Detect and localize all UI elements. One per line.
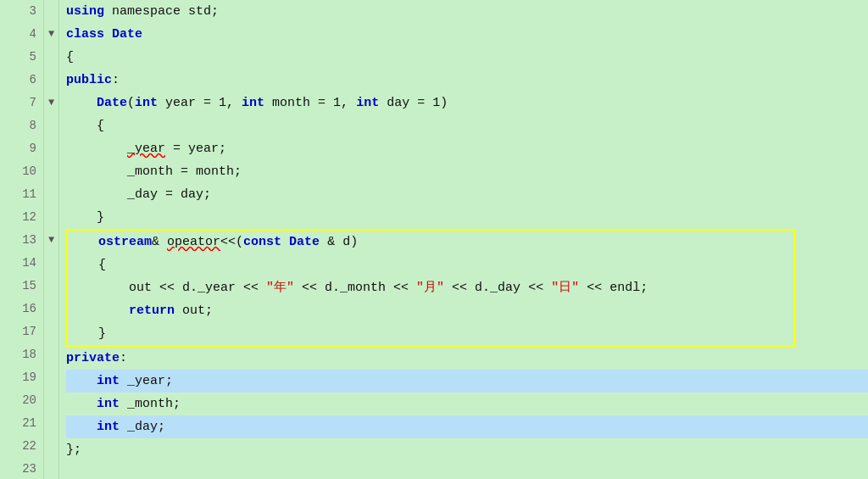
plain-13c bbox=[281, 231, 289, 253]
indent-20 bbox=[66, 393, 97, 415]
line-num-11: 11 bbox=[3, 183, 36, 206]
plain-6: : bbox=[112, 69, 120, 92]
plain-7d: day = 1) bbox=[379, 92, 448, 114]
plain-3a: namespace std; bbox=[104, 0, 219, 23]
code-line-18: private: bbox=[66, 347, 868, 370]
plain-4a bbox=[104, 23, 112, 46]
fold-3 bbox=[44, 0, 58, 23]
indent-16 bbox=[68, 299, 129, 322]
code-line-8: { bbox=[66, 114, 868, 137]
plain-13b: <<( bbox=[220, 231, 243, 253]
plain-8: { bbox=[66, 114, 104, 137]
plain-10: _month = month; bbox=[66, 160, 242, 183]
code-line-6: public: bbox=[66, 69, 868, 92]
code-line-23 bbox=[66, 461, 868, 479]
kw-int-21: int bbox=[97, 415, 120, 438]
plain-13a: & bbox=[152, 231, 167, 253]
kw-private: private bbox=[66, 347, 120, 370]
type-date: Date bbox=[112, 23, 142, 46]
line-num-13: 13 bbox=[3, 229, 36, 252]
plain-18: : bbox=[120, 347, 127, 370]
code-editor: 3 4 5 6 7 8 9 10 11 12 13 14 15 16 17 18… bbox=[0, 0, 868, 479]
kw-const-13: const bbox=[243, 231, 281, 253]
code-line-16: return out; bbox=[68, 299, 793, 322]
highlighted-code-block: ostream& opeator<<(const Date & d) { out… bbox=[66, 229, 795, 347]
plain-12: } bbox=[66, 206, 104, 229]
line-num-6: 6 bbox=[3, 69, 36, 92]
fold-11 bbox=[44, 183, 58, 206]
code-line-5: { bbox=[66, 46, 868, 69]
fold-15 bbox=[44, 275, 58, 298]
fold-23 bbox=[44, 458, 58, 479]
str-month: "月" bbox=[416, 276, 444, 299]
code-line-4: class Date bbox=[66, 23, 868, 46]
code-line-9: _year = year; bbox=[66, 137, 868, 160]
fold-4[interactable]: ▼ bbox=[44, 23, 58, 46]
line-num-18: 18 bbox=[3, 343, 36, 366]
fold-5 bbox=[44, 46, 58, 69]
line-num-21: 21 bbox=[3, 412, 36, 435]
kw-return: return bbox=[129, 299, 175, 322]
kw-public: public bbox=[66, 69, 112, 92]
line-num-14: 14 bbox=[3, 252, 36, 275]
line-num-7: 7 bbox=[3, 92, 36, 114]
line-num-23: 23 bbox=[3, 458, 36, 479]
plain-17: } bbox=[68, 322, 106, 345]
line-num-19: 19 bbox=[3, 366, 36, 389]
indent-19 bbox=[66, 370, 97, 393]
fold-8 bbox=[44, 114, 58, 137]
line-num-9: 9 bbox=[3, 137, 36, 160]
line-num-15: 15 bbox=[3, 275, 36, 298]
kw-int-20: int bbox=[97, 393, 120, 415]
plain-15a: << d._month << bbox=[294, 276, 416, 299]
fold-6 bbox=[44, 69, 58, 92]
plain-15c: << endl; bbox=[579, 276, 648, 299]
fold-16 bbox=[44, 298, 58, 320]
var-year-squiggly: _year bbox=[127, 137, 165, 160]
indent-15: out << d._year << bbox=[68, 276, 266, 299]
fold-12 bbox=[44, 206, 58, 229]
line-num-4: 4 bbox=[3, 23, 36, 46]
fn-date-constructor: Date bbox=[97, 92, 127, 114]
line-num-5: 5 bbox=[3, 46, 36, 69]
code-line-22: }; bbox=[66, 438, 868, 461]
kw-using: using bbox=[66, 0, 104, 23]
kw-int-year: int bbox=[135, 92, 158, 114]
line-num-17: 17 bbox=[3, 320, 36, 343]
line-numbers: 3 4 5 6 7 8 9 10 11 12 13 14 15 16 17 18… bbox=[0, 0, 44, 479]
code-line-17: } bbox=[68, 322, 793, 345]
fold-14 bbox=[44, 252, 58, 275]
fold-13[interactable]: ▼ bbox=[44, 229, 58, 252]
code-line-11: _day = day; bbox=[66, 183, 868, 206]
fold-21 bbox=[44, 412, 58, 435]
plain-20: _month; bbox=[120, 393, 181, 415]
code-content: using namespace std; class Date { public… bbox=[59, 0, 868, 479]
code-line-21: int _day; bbox=[66, 415, 868, 438]
line-num-10: 10 bbox=[3, 160, 36, 183]
fold-column: ▼ ▼ ▼ bbox=[44, 0, 59, 479]
plain-7b: year = 1, bbox=[158, 92, 242, 114]
indent-21 bbox=[66, 415, 97, 438]
code-line-13: ostream& opeator<<(const Date & d) bbox=[68, 231, 793, 253]
line-num-3: 3 bbox=[3, 0, 36, 23]
kw-int-19: int bbox=[97, 370, 120, 393]
plain-23 bbox=[66, 461, 74, 479]
fn-opeator-squiggly: opeator bbox=[167, 231, 220, 253]
code-line-19: int _year; bbox=[66, 370, 868, 393]
kw-class: class bbox=[66, 23, 104, 46]
plain-7a: ( bbox=[127, 92, 135, 114]
plain-22: }; bbox=[66, 438, 81, 461]
str-year: "年" bbox=[266, 276, 294, 299]
code-line-15: out << d._year << "年" << d._month << "月"… bbox=[68, 276, 793, 299]
plain-16: out; bbox=[175, 299, 213, 322]
fold-20 bbox=[44, 389, 58, 412]
fold-7[interactable]: ▼ bbox=[44, 92, 58, 114]
plain-14: { bbox=[68, 253, 106, 276]
line-num-20: 20 bbox=[3, 389, 36, 412]
code-line-7: Date(int year = 1, int month = 1, int da… bbox=[66, 92, 868, 114]
plain-13d: & d) bbox=[320, 231, 358, 253]
plain-15b: << d._day << bbox=[444, 276, 551, 299]
fold-10 bbox=[44, 160, 58, 183]
plain-9b: = year; bbox=[165, 137, 226, 160]
plain-5: { bbox=[66, 46, 74, 69]
